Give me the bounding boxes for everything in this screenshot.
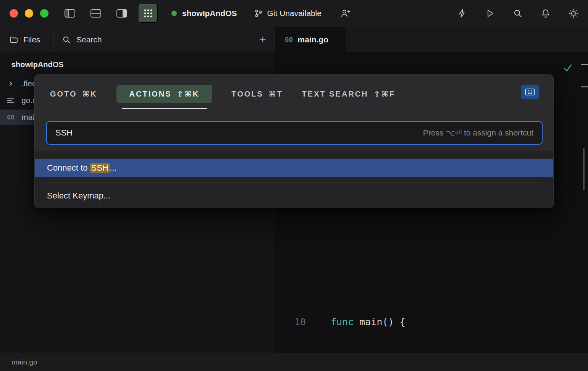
project-selector[interactable]: showIpAndOS: [171, 9, 237, 18]
invite-collaborator-button[interactable]: [339, 7, 352, 20]
go-file-icon: GO: [3, 114, 18, 121]
gear-icon: [568, 8, 579, 19]
project-status-dot: [171, 11, 177, 16]
editor-tab-strip: GO main.go: [275, 27, 588, 52]
shortcut-hint: Press ⌥⏎ to assign a shortcut: [423, 128, 533, 137]
minimize-button[interactable]: [25, 9, 33, 18]
folder-icon: [9, 35, 18, 44]
git-status-label: Git Unavailable: [267, 9, 321, 18]
add-tab-button[interactable]: +: [254, 30, 271, 49]
panel-toggles: [63, 7, 128, 20]
bell-icon: [541, 8, 551, 18]
zoom-button[interactable]: [40, 9, 48, 18]
tab-shortcut: ⇧⌘K: [177, 89, 200, 98]
status-bar: main.go: [0, 353, 588, 371]
search-everywhere-button[interactable]: [511, 7, 524, 20]
quick-actions-button[interactable]: [456, 7, 468, 20]
notifications-button[interactable]: [539, 7, 552, 20]
tab-actions[interactable]: ACTIONS ⇧⌘K: [116, 85, 213, 103]
editor-scrollbar[interactable]: [583, 148, 585, 190]
gutter-mark: [581, 86, 588, 87]
toggle-right-panel-button[interactable]: [115, 7, 128, 20]
tab-shortcut: ⌘K: [82, 89, 97, 98]
keyboard-shortcuts-button[interactable]: [521, 85, 539, 99]
titlebar-actions: [456, 7, 580, 20]
search-query-text: SSH: [55, 128, 73, 138]
settings-button[interactable]: [567, 7, 580, 20]
tab-shortcut: ⇧⌘F: [374, 89, 396, 98]
match-highlight: SSH: [90, 163, 110, 173]
window-controls: [10, 9, 48, 18]
left-panel-icon: [64, 8, 76, 18]
result-connect-to-ssh[interactable]: Connect to SSH...: [35, 159, 553, 177]
chevron-right-icon: [3, 80, 18, 87]
popup-tab-bar: GOTO ⌘K ACTIONS ⇧⌘K TOOLS ⌘T TEXT SEARCH…: [50, 75, 395, 113]
search-tab[interactable]: Search: [54, 27, 254, 52]
search-icon: [513, 8, 523, 18]
window-titlebar: showIpAndOS Git Unavailable: [0, 0, 588, 27]
action-search-input[interactable]: SSH Press ⌥⏎ to assign a shortcut: [46, 121, 543, 145]
tree-root-showipandos[interactable]: showIpAndOS: [0, 58, 275, 71]
tab-shortcut: ⌘T: [269, 89, 283, 98]
result-select-keymap[interactable]: Select Keymap...: [35, 187, 553, 204]
statusbar-file-label[interactable]: main.go: [11, 358, 37, 366]
files-tab[interactable]: Files: [0, 27, 53, 52]
close-button[interactable]: [10, 9, 18, 18]
toggle-bottom-panel-button[interactable]: [89, 7, 102, 20]
inspections-widget[interactable]: [562, 63, 573, 73]
checkmark-icon: [562, 63, 573, 73]
editor-tab-label: main.go: [297, 35, 328, 44]
editor-tab-main-go[interactable]: GO main.go: [275, 27, 346, 52]
gutter-mark: [581, 64, 588, 65]
tab-goto[interactable]: GOTO ⌘K: [50, 89, 97, 98]
file-lines-icon: [3, 97, 18, 104]
tab-tools[interactable]: TOOLS ⌘T: [231, 89, 283, 98]
right-panel-icon: [116, 8, 128, 18]
files-tab-label: Files: [23, 35, 40, 44]
git-widget[interactable]: Git Unavailable: [254, 9, 321, 18]
tab-text-search[interactable]: TEXT SEARCH ⇧⌘F: [302, 89, 396, 98]
git-branch-icon: [254, 9, 263, 18]
actions-popup: GOTO ⌘K ACTIONS ⇧⌘K TOOLS ⌘T TEXT SEARCH…: [34, 74, 554, 208]
code-line: 10func main() {: [275, 314, 588, 331]
workspace-grid-button[interactable]: [139, 4, 158, 23]
results-list: Connect to SSH... Select Keymap...: [35, 151, 553, 208]
tool-tabs-row: Files Search + GO main.go: [0, 27, 588, 52]
keyboard-icon: [525, 88, 535, 96]
results-divider: [46, 182, 542, 182]
person-add-icon: [340, 8, 351, 18]
project-name: showIpAndOS: [182, 9, 237, 18]
lightning-icon: [457, 8, 467, 18]
fleet-window: showIpAndOS Git Unavailable: [0, 0, 588, 371]
grid-icon: [143, 8, 153, 19]
search-icon: [62, 35, 71, 44]
bottom-panel-icon: [90, 8, 102, 18]
run-button[interactable]: [483, 7, 496, 20]
go-file-icon: GO: [285, 36, 293, 44]
search-tab-label: Search: [76, 35, 102, 44]
line-number: 10: [275, 314, 306, 331]
play-icon: [485, 8, 495, 18]
toggle-left-panel-button[interactable]: [63, 7, 76, 20]
